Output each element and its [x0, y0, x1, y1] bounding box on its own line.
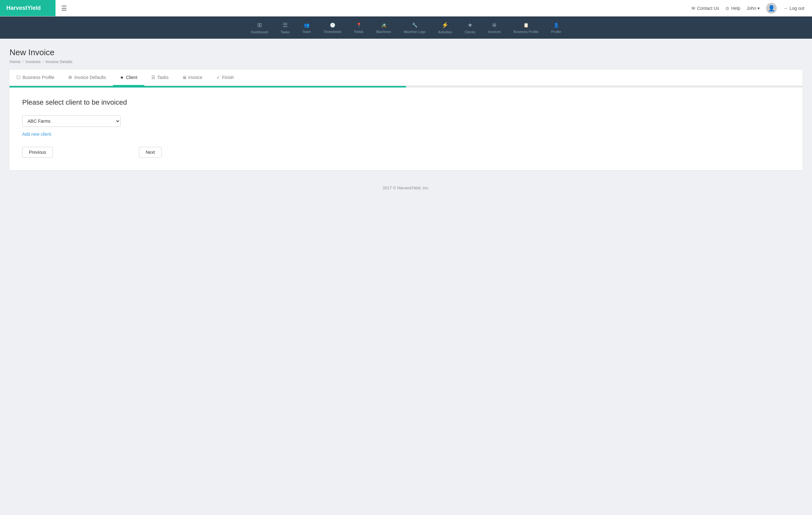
- tasks-icon: [283, 22, 288, 29]
- breadcrumb: Home / Invoices / Invoice Details: [9, 59, 803, 64]
- breadcrumb-invoices[interactable]: Invoices: [25, 59, 40, 64]
- tab-client-icon: [120, 75, 124, 80]
- invoices-icon: [492, 22, 497, 28]
- user-menu[interactable]: John ▾: [747, 6, 760, 11]
- sidebar-item-machine-logs[interactable]: Machine Logs: [398, 17, 432, 39]
- clients-icon: [467, 22, 473, 29]
- logout-link[interactable]: Log out: [783, 6, 804, 11]
- section-title: Please select client to be invoiced: [22, 98, 790, 107]
- machines-icon: [381, 22, 386, 28]
- sidebar-item-clients[interactable]: Clients: [458, 17, 482, 39]
- chevron-down-icon: ▾: [757, 6, 760, 11]
- sidebar-item-invoices[interactable]: Invoices: [482, 17, 507, 39]
- logout-icon: [783, 6, 788, 11]
- business-profile-icon: [523, 22, 529, 28]
- next-button[interactable]: Next: [139, 147, 162, 158]
- tab-business-profile-icon: [17, 75, 21, 80]
- tab-tasks[interactable]: Tasks: [144, 70, 176, 86]
- sidebar-item-business-profile[interactable]: Business Profile: [507, 17, 545, 39]
- activities-icon: [441, 22, 448, 29]
- team-icon: [304, 22, 309, 28]
- sidebar-item-tasks[interactable]: Tasks: [274, 17, 296, 39]
- page-title: New Invoice: [9, 48, 803, 57]
- sidebar-item-machines[interactable]: Machines: [370, 17, 398, 39]
- contact-us-link[interactable]: Contact Us: [692, 6, 719, 11]
- sidebar-item-timesheets[interactable]: Timesheets: [317, 17, 348, 39]
- help-icon: [725, 6, 729, 11]
- logo: HarvestYield: [0, 0, 56, 16]
- sidebar-item-profile[interactable]: Profile: [545, 17, 568, 39]
- tab-invoice-icon: [183, 75, 186, 80]
- nav-bar: Dashboard Tasks Team Timesheets Fields M…: [0, 17, 812, 39]
- page-header: New Invoice Home / Invoices / Invoice De…: [0, 39, 812, 70]
- tabs-container: Business Profile Invoice Defaults Client…: [9, 70, 803, 86]
- button-row: Previous Next: [22, 147, 790, 158]
- previous-button[interactable]: Previous: [22, 147, 53, 158]
- breadcrumb-home[interactable]: Home: [9, 59, 21, 64]
- sidebar-item-team[interactable]: Team: [296, 17, 317, 39]
- tab-invoice[interactable]: Invoice: [176, 70, 209, 86]
- add-client-link[interactable]: Add new client: [22, 131, 51, 137]
- tab-business-profile[interactable]: Business Profile: [9, 70, 61, 86]
- tab-finish[interactable]: Finish: [209, 70, 241, 86]
- sidebar-item-dashboard[interactable]: Dashboard: [244, 17, 274, 39]
- header-right: Contact Us Help John ▾ 👤 Log out: [692, 3, 812, 13]
- tab-finish-icon: [216, 75, 220, 80]
- tab-invoice-defaults[interactable]: Invoice Defaults: [61, 70, 113, 86]
- machine-logs-icon: [412, 22, 417, 28]
- top-header: HarvestYield ☰ Contact Us Help John ▾ 👤 …: [0, 0, 812, 17]
- breadcrumb-current: Invoice Details: [46, 59, 72, 64]
- dashboard-icon: [257, 22, 262, 29]
- client-select[interactable]: ABC Farms Other Client: [22, 115, 120, 127]
- main-card: Business Profile Invoice Defaults Client…: [9, 70, 803, 170]
- tab-tasks-icon: [151, 75, 155, 80]
- sidebar-item-activities[interactable]: Activities: [432, 17, 458, 39]
- profile-icon: [553, 22, 559, 28]
- timesheets-icon: [330, 22, 335, 28]
- fields-icon: [356, 22, 361, 28]
- tab-invoice-defaults-icon: [68, 75, 72, 80]
- sidebar-item-fields[interactable]: Fields: [348, 17, 370, 39]
- tab-client[interactable]: Client: [113, 70, 144, 86]
- footer: 2017 © HarvestYield, Inc.: [0, 180, 812, 196]
- envelope-icon: [692, 6, 695, 11]
- card-content: Please select client to be invoiced ABC …: [9, 88, 803, 170]
- avatar[interactable]: 👤: [766, 3, 777, 13]
- help-link[interactable]: Help: [725, 6, 740, 11]
- avatar-icon: 👤: [768, 5, 775, 12]
- hamburger-button[interactable]: ☰: [56, 0, 72, 16]
